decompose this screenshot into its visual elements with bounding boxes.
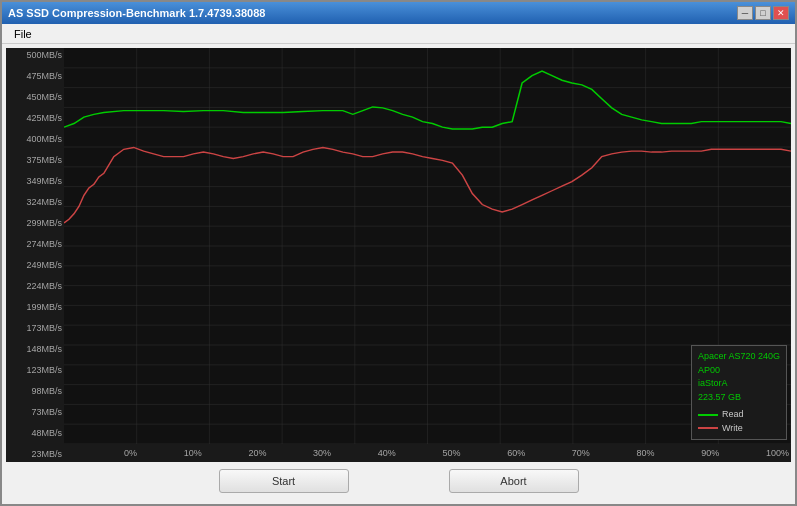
y-axis-label: 349MB/s <box>8 176 62 187</box>
y-axis-label: 450MB/s <box>8 92 62 103</box>
x-axis-inner: 0%10%20%30%40%50%60%70%80%90%100% <box>122 448 791 458</box>
y-axis-label: 48MB/s <box>8 428 62 439</box>
y-axis-label: 425MB/s <box>8 113 62 124</box>
menu-file[interactable]: File <box>8 27 38 41</box>
y-axis-label: 173MB/s <box>8 323 62 334</box>
legend-size: 223.57 GB <box>698 391 780 405</box>
legend-device-id: AP00 <box>698 364 780 378</box>
y-axis-label: 73MB/s <box>8 407 62 418</box>
start-button[interactable]: Start <box>219 469 349 493</box>
window-title: AS SSD Compression-Benchmark 1.7.4739.38… <box>8 7 265 19</box>
y-axis: 500MB/s475MB/s450MB/s425MB/s400MB/s375MB… <box>6 48 64 462</box>
y-axis-label: 324MB/s <box>8 197 62 208</box>
legend-write-row: Write <box>698 422 780 436</box>
y-axis-label: 274MB/s <box>8 239 62 250</box>
bottom-bar: Start Abort <box>6 462 791 500</box>
chart-area: 500MB/s475MB/s450MB/s425MB/s400MB/s375MB… <box>6 48 791 462</box>
legend-driver: iaStorA <box>698 377 780 391</box>
legend-box: Apacer AS720 240G AP00 iaStorA 223.57 GB… <box>691 345 787 440</box>
title-bar: AS SSD Compression-Benchmark 1.7.4739.38… <box>2 2 795 24</box>
x-axis-label: 50% <box>442 448 460 458</box>
main-content: 500MB/s475MB/s450MB/s425MB/s400MB/s375MB… <box>2 44 795 504</box>
x-axis: 0%10%20%30%40%50%60%70%80%90%100% <box>64 444 791 462</box>
x-axis-label: 0% <box>124 448 137 458</box>
maximize-button[interactable]: □ <box>755 6 771 20</box>
legend-write-label: Write <box>722 422 743 436</box>
minimize-button[interactable]: ─ <box>737 6 753 20</box>
chart-plot: Apacer AS720 240G AP00 iaStorA 223.57 GB… <box>64 48 791 444</box>
legend-read-line <box>698 414 718 416</box>
y-axis-label: 224MB/s <box>8 281 62 292</box>
x-axis-label: 100% <box>766 448 789 458</box>
x-axis-label: 20% <box>248 448 266 458</box>
y-axis-label: 98MB/s <box>8 386 62 397</box>
y-axis-label: 148MB/s <box>8 344 62 355</box>
legend-read-label: Read <box>722 408 744 422</box>
menu-bar: File <box>2 24 795 44</box>
x-axis-label: 10% <box>184 448 202 458</box>
y-axis-label: 375MB/s <box>8 155 62 166</box>
abort-button[interactable]: Abort <box>449 469 579 493</box>
x-axis-label: 60% <box>507 448 525 458</box>
legend-read-row: Read <box>698 408 780 422</box>
y-axis-label: 400MB/s <box>8 134 62 145</box>
close-button[interactable]: ✕ <box>773 6 789 20</box>
y-axis-label: 475MB/s <box>8 71 62 82</box>
x-axis-label: 90% <box>701 448 719 458</box>
x-axis-label: 80% <box>637 448 655 458</box>
y-axis-label: 199MB/s <box>8 302 62 313</box>
y-axis-label: 249MB/s <box>8 260 62 271</box>
y-axis-label: 123MB/s <box>8 365 62 376</box>
main-window: AS SSD Compression-Benchmark 1.7.4739.38… <box>0 0 797 506</box>
title-bar-buttons: ─ □ ✕ <box>737 6 789 20</box>
x-axis-label: 70% <box>572 448 590 458</box>
y-axis-label: 299MB/s <box>8 218 62 229</box>
legend-device-name: Apacer AS720 240G <box>698 350 780 364</box>
y-axis-label: 23MB/s <box>8 449 62 460</box>
chart-svg <box>64 48 791 444</box>
x-axis-label: 40% <box>378 448 396 458</box>
x-axis-label: 30% <box>313 448 331 458</box>
y-axis-label: 500MB/s <box>8 50 62 61</box>
legend-write-line <box>698 427 718 429</box>
